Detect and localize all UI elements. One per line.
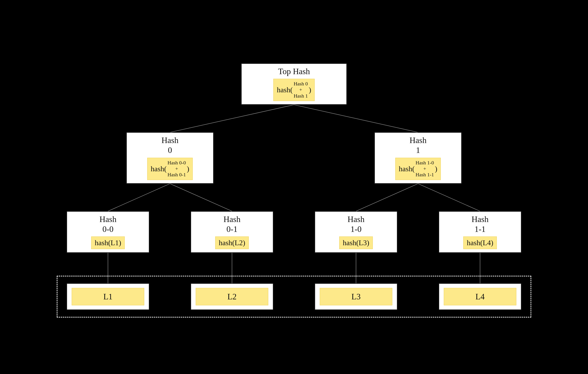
hash-00-node: Hash0-0 hash(L1) xyxy=(67,211,149,253)
leaf-l2: L2 xyxy=(191,283,273,310)
leaf-l1: L1 xyxy=(67,283,149,310)
formula-line1: Hash 0 xyxy=(294,81,308,87)
hash-10-title: Hash1-0 xyxy=(347,214,365,234)
leaf-l3-label: L3 xyxy=(320,288,392,305)
top-hash-formula: hash( Hash 0 + Hash 1 ) xyxy=(273,79,315,101)
svg-line-3 xyxy=(170,184,232,211)
svg-line-4 xyxy=(356,184,418,211)
leaf-l1-label: L1 xyxy=(72,288,144,305)
hash-1-title: Hash1 xyxy=(410,135,427,155)
top-hash-title: Top Hash xyxy=(278,67,310,76)
formula-prefix: hash( xyxy=(277,86,293,94)
hash-10-node: Hash1-0 hash(L3) xyxy=(315,211,397,253)
hash-0-title: Hash0 xyxy=(161,135,178,155)
top-hash-node: Top Hash hash( Hash 0 + Hash 1 ) xyxy=(241,63,347,105)
hash-01-title: Hash0-1 xyxy=(223,214,241,234)
formula-line2: Hash 1 xyxy=(294,93,308,99)
hash-11-formula: hash(L4) xyxy=(463,237,497,249)
svg-line-0 xyxy=(170,105,294,132)
merkle-tree: Top Hash hash( Hash 0 + Hash 1 ) Hash0 h… xyxy=(18,56,570,318)
formula-plus: + xyxy=(299,87,302,93)
hash-01-node: Hash0-1 hash(L2) xyxy=(191,211,273,253)
level-1: Hash0 hash( Hash 0-0 + Hash 0-1 ) Hash1 … xyxy=(126,132,462,184)
leaf-l4-label: L4 xyxy=(444,288,516,305)
hash-11-title: Hash1-1 xyxy=(472,214,489,234)
leaf-container: L1 L2 L3 L4 xyxy=(57,276,531,318)
hash-1-formula: hash( Hash 1-0 + Hash 1-1 ) xyxy=(395,158,441,180)
level-top: Top Hash hash( Hash 0 + Hash 1 ) xyxy=(241,63,347,105)
leaf-l3: L3 xyxy=(315,283,397,310)
hash-0-node: Hash0 hash( Hash 0-0 + Hash 0-1 ) xyxy=(126,132,214,184)
formula-suffix: ) xyxy=(309,86,311,94)
hash-01-formula: hash(L2) xyxy=(215,237,249,249)
level-2: Hash0-0 hash(L1) Hash0-1 hash(L2) Hash1-… xyxy=(67,211,521,253)
leaf-l4: L4 xyxy=(439,283,521,310)
hash-10-formula: hash(L3) xyxy=(339,237,373,249)
svg-line-5 xyxy=(418,184,480,211)
leaf-l2-label: L2 xyxy=(196,288,268,305)
svg-line-2 xyxy=(108,184,170,211)
hash-11-node: Hash1-1 hash(L4) xyxy=(439,211,521,253)
hash-1-node: Hash1 hash( Hash 1-0 + Hash 1-1 ) xyxy=(374,132,462,184)
hash-0-formula: hash( Hash 0-0 + Hash 0-1 ) xyxy=(147,158,193,180)
hash-00-formula: hash(L1) xyxy=(91,237,125,249)
hash-00-title: Hash0-0 xyxy=(99,214,116,234)
svg-line-1 xyxy=(294,105,418,132)
